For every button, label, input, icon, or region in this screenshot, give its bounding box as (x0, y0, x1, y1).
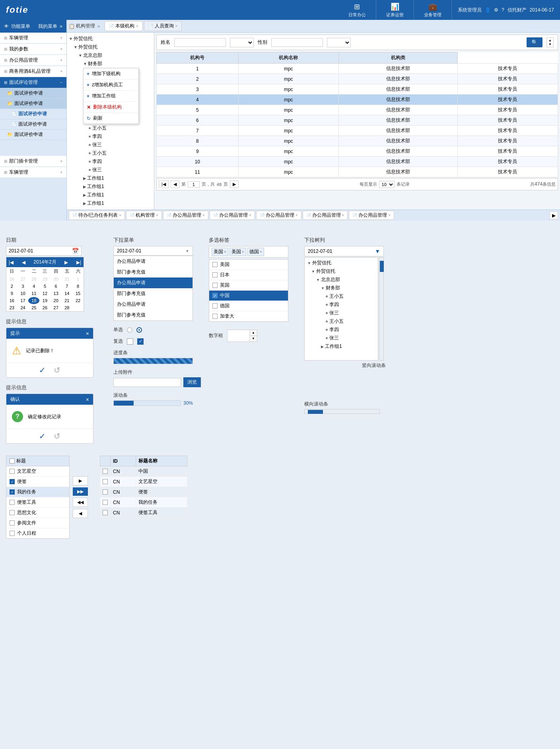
cal-day[interactable]: 26 (6, 276, 18, 283)
cal-day[interactable]: 31 (62, 276, 73, 283)
cal-day[interactable]: 8 (72, 283, 84, 290)
page-next[interactable]: ▶ (230, 180, 239, 188)
table-row[interactable]: 5 mpc 信息技术部 技术专员 (157, 105, 558, 115)
cal-day[interactable]: 23 (6, 304, 18, 311)
prompt-close-1[interactable]: × (86, 330, 89, 337)
ts-item-5[interactable]: 思想文化 (6, 508, 69, 518)
cal-day[interactable]: 17 (18, 297, 29, 304)
tab-item-1[interactable]: 📄 本级机构 × (105, 21, 143, 31)
tdd-node-2[interactable]: ▼ 北京总部 (306, 276, 377, 284)
cal-day[interactable]: 28 (28, 276, 39, 283)
cal-day[interactable]: 4 (28, 283, 39, 290)
cal-day[interactable]: 27 (51, 304, 62, 311)
tree-node-wang[interactable]: 王小五 (69, 124, 152, 132)
btab-4[interactable]: 📄 办公用品管理 × (210, 211, 255, 220)
prompt-ok-1[interactable]: ✓ (39, 365, 46, 375)
cal-day[interactable]: 29 (39, 276, 51, 283)
number-input[interactable]: 234 (228, 332, 249, 340)
tdd-node-10[interactable]: ▶ 工作组1 (306, 342, 377, 351)
cal-day[interactable]: 11 (28, 290, 39, 297)
ts-item-1[interactable]: 文艺星空 (6, 466, 69, 477)
cal-day[interactable]: 7 (62, 283, 73, 290)
scroll-h-demo[interactable] (304, 409, 380, 414)
target-row[interactable]: CN 中国 (100, 466, 187, 477)
btab-close-6[interactable]: × (342, 213, 344, 217)
table-row[interactable]: 10 mpc 信息技术部 技术专员 (157, 157, 558, 167)
btab-7[interactable]: 📄 办公用品管理 × (349, 211, 394, 220)
tdd-node-9[interactable]: 张三 (306, 334, 377, 342)
tag-usa2[interactable]: 美国 × (229, 248, 246, 256)
page-first[interactable]: |◀ (159, 180, 169, 188)
sidebar-func-label[interactable]: 功能菜单 (11, 23, 30, 30)
dd-item-6[interactable]: 部门参考充值 (114, 310, 192, 320)
page-input[interactable] (188, 181, 200, 188)
sidebar-item-supplies[interactable]: ⊞ 办公用品管理 + (0, 55, 66, 66)
tree-node-wang2[interactable]: 王小五 (69, 149, 152, 157)
search-gender-input[interactable] (271, 38, 323, 47)
cal-day[interactable]: 2 (6, 283, 18, 290)
btab-close-5[interactable]: × (296, 213, 298, 217)
cal-day[interactable]: 5 (39, 283, 51, 290)
btab-close-2[interactable]: × (156, 213, 158, 217)
page-size-select[interactable]: 10 20 50 (379, 181, 395, 188)
spinner-down[interactable]: ▼ (250, 336, 257, 342)
upload-button[interactable]: 浏览 (183, 377, 201, 387)
btab-nav-right[interactable]: ▶ (550, 212, 558, 219)
tdd-node-8[interactable]: 李四 (306, 326, 377, 334)
sidebar-sub-interview-5[interactable]: 📁 面试评价申请 (0, 130, 66, 140)
btab-2[interactable]: 📄 机构管理 × (126, 211, 162, 220)
tdd-node-3[interactable]: ▼ 财务部 (306, 284, 377, 292)
sidebar-sub-interview-4[interactable]: 📄 面试评价申请 (0, 119, 66, 130)
ts-item-7[interactable]: 个人日程 (6, 528, 69, 538)
sidebar-item-interview[interactable]: ⊞ 面试评论管理 − (0, 77, 66, 88)
dropdown-input[interactable]: 2012-07-01 ▼ (113, 246, 193, 256)
ms-item-usa[interactable]: 美国 (209, 260, 288, 270)
sidebar-sub-interview-2[interactable]: 📁 面试评价申请 (0, 99, 66, 109)
nav-securities[interactable]: 📊 证券运营 (376, 0, 414, 20)
calendar-icon[interactable]: 📅 (72, 248, 79, 254)
cal-day[interactable]: 28 (62, 304, 73, 311)
tag-close-germany[interactable]: × (260, 250, 262, 254)
search-name-input[interactable] (174, 38, 226, 47)
upload-input[interactable] (113, 378, 181, 387)
cal-prev-month[interactable]: ◀ (22, 260, 25, 265)
btab-6[interactable]: 📄 办公用品管理 × (303, 211, 348, 220)
radio-option-1[interactable] (127, 327, 132, 333)
tab-close-2[interactable]: × (175, 24, 178, 28)
tdd-node-1[interactable]: ▼ 外贸信托 (306, 267, 377, 276)
search-name-select[interactable] (230, 38, 254, 47)
tdd-node-0[interactable]: ▼ 外贸信托 (306, 259, 377, 267)
cal-day[interactable]: 25 (28, 304, 39, 311)
page-prev[interactable]: ◀ (171, 180, 179, 188)
tab-close-1[interactable]: × (136, 24, 138, 28)
transfer-single-left[interactable]: ◀ (73, 509, 88, 518)
date-input[interactable]: 2012-07-01 (9, 248, 70, 254)
tdd-node-6[interactable]: 张三 (306, 309, 377, 317)
checkbox-unchecked[interactable] (127, 338, 133, 345)
ctx-add-emp[interactable]: + z增加机构员工 (84, 80, 138, 91)
tree-node-root[interactable]: ▼ 外贸信托 (69, 35, 152, 43)
search-button[interactable]: 🔍 (527, 37, 542, 47)
ms-item-china[interactable]: ✓ 中国 (209, 291, 288, 301)
btab-close-4[interactable]: × (249, 213, 251, 217)
scroll-v-demo[interactable] (379, 257, 384, 361)
dd-item-4[interactable]: 部门参考充值 (114, 288, 192, 299)
target-row[interactable]: CN 文艺星空 (100, 477, 187, 487)
table-row[interactable]: 9 mpc 信息技术部 技术专员 (157, 146, 558, 157)
cal-day[interactable]: 15 (72, 290, 84, 297)
transfer-all-right[interactable]: ▶▶ (73, 487, 88, 496)
tdd-node-4[interactable]: 王小五 (306, 292, 377, 301)
btab-close-3[interactable]: × (202, 213, 205, 217)
tag-germany[interactable]: 德国 × (247, 248, 264, 256)
target-row[interactable]: CN 便签 (100, 487, 187, 497)
cal-day[interactable]: 16 (6, 297, 18, 304)
ctx-add-sub[interactable]: + 增加下级机构 (84, 68, 138, 80)
tag-close-usa[interactable]: × (224, 250, 226, 254)
ts-item-6[interactable]: 参阅文件 (6, 518, 69, 528)
prompt-cancel-1[interactable]: ↺ (54, 365, 60, 375)
cal-day[interactable]: 13 (51, 290, 62, 297)
cal-day[interactable]: 27 (18, 276, 29, 283)
transfer-single-right[interactable]: ▶ (73, 476, 88, 485)
tree-node-wg4[interactable]: ▶ 工作组1 (69, 199, 152, 208)
nav-daily[interactable]: ⊞ 日常办公 (338, 0, 376, 20)
